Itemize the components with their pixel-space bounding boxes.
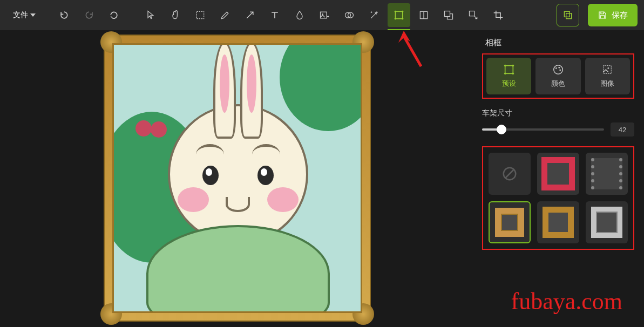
mode-color[interactable]: 颜色 xyxy=(535,58,580,94)
save-icon xyxy=(598,10,607,20)
text-icon xyxy=(269,10,280,21)
svg-rect-10 xyxy=(566,13,572,19)
svg-point-12 xyxy=(554,65,563,74)
mode-image-label: 图像 xyxy=(600,79,614,88)
preset-film[interactable] xyxy=(586,153,628,195)
copy-button[interactable] xyxy=(557,4,579,26)
split-tool[interactable] xyxy=(412,3,435,27)
svg-point-17 xyxy=(608,67,609,69)
preset-silver[interactable] xyxy=(586,201,628,243)
palette-icon xyxy=(552,64,564,76)
text-tool[interactable] xyxy=(263,3,286,27)
svg-rect-9 xyxy=(564,11,570,17)
frame-size-slider-row: 42 xyxy=(482,122,634,137)
resize-icon xyxy=(468,10,479,21)
pencil-tool[interactable] xyxy=(214,3,236,27)
overlay-tool[interactable] xyxy=(338,3,361,27)
image-mode-icon xyxy=(601,64,613,76)
reset-button[interactable] xyxy=(103,3,125,27)
save-label: 保存 xyxy=(612,10,628,21)
svg-rect-7 xyxy=(445,11,450,17)
frame-size-label: 车架尺寸 xyxy=(482,108,634,118)
svg-rect-5 xyxy=(395,11,402,18)
droplet-icon xyxy=(294,10,305,21)
frame-tool[interactable] xyxy=(388,3,410,27)
svg-rect-0 xyxy=(196,11,204,18)
preset-rose[interactable] xyxy=(537,153,579,195)
chevron-down-icon xyxy=(30,13,36,17)
mode-preset-label: 预设 xyxy=(502,79,516,88)
overlap-circles-icon xyxy=(344,10,355,21)
magic-wand-icon xyxy=(369,10,379,21)
copy-icon xyxy=(562,10,573,21)
file-menu-label: 文件 xyxy=(13,10,28,20)
blur-tool[interactable] xyxy=(288,3,311,27)
layers-icon xyxy=(443,10,454,21)
frame-size-slider[interactable] xyxy=(482,128,604,131)
marquee-icon xyxy=(195,10,206,21)
image-adjust-tool[interactable] xyxy=(313,3,336,27)
redo-button[interactable] xyxy=(78,3,100,27)
svg-point-14 xyxy=(558,67,560,69)
mode-color-label: 颜色 xyxy=(551,79,565,88)
split-icon xyxy=(418,10,429,21)
svg-point-15 xyxy=(559,70,561,71)
watermark-text: fubaya.com xyxy=(511,288,622,315)
hand-icon xyxy=(170,10,181,21)
frame-icon xyxy=(394,10,404,21)
pointer-icon xyxy=(145,10,156,21)
save-button[interactable]: 保存 xyxy=(588,4,638,26)
preset-mode-icon xyxy=(503,64,515,76)
reset-icon xyxy=(109,10,119,21)
preset-grid xyxy=(482,146,634,250)
panel-title: 相框 xyxy=(482,38,634,48)
resize-tool[interactable] xyxy=(462,3,485,27)
canvas-area[interactable] xyxy=(0,30,474,327)
mode-preset[interactable]: 预设 xyxy=(486,58,531,94)
svg-rect-11 xyxy=(505,66,513,74)
layers-tool[interactable] xyxy=(437,3,460,27)
crop-icon xyxy=(493,10,504,21)
magic-tool[interactable] xyxy=(363,3,385,27)
undo-icon xyxy=(59,10,70,21)
frame-size-value[interactable]: 42 xyxy=(611,122,634,137)
hand-tool[interactable] xyxy=(164,3,187,27)
pointer-tool[interactable] xyxy=(139,3,162,27)
svg-rect-1 xyxy=(321,12,327,18)
undo-button[interactable] xyxy=(53,3,76,27)
frame-panel: 相框 预设 颜色 图像 车架尺寸 42 xyxy=(474,30,644,327)
svg-point-13 xyxy=(555,67,557,69)
preset-wood[interactable] xyxy=(537,201,579,243)
arrow-diag-icon xyxy=(245,10,255,21)
crop-tool[interactable] xyxy=(487,3,510,27)
arrow-tool[interactable] xyxy=(239,3,261,27)
svg-rect-16 xyxy=(604,66,612,74)
preset-gold[interactable] xyxy=(489,201,531,243)
main-toolbar: 文件 保存 xyxy=(0,0,644,30)
image-plus-icon xyxy=(319,10,330,21)
none-icon xyxy=(501,166,518,182)
mode-image[interactable]: 图像 xyxy=(585,58,630,94)
slider-thumb[interactable] xyxy=(497,125,506,134)
canvas-image xyxy=(104,35,371,322)
marquee-tool[interactable] xyxy=(189,3,212,27)
pencil-icon xyxy=(220,10,231,21)
svg-rect-8 xyxy=(470,11,474,16)
file-menu[interactable]: 文件 xyxy=(6,7,42,23)
redo-icon xyxy=(84,10,94,21)
mode-selector: 预设 颜色 图像 xyxy=(482,53,634,99)
preset-none[interactable] xyxy=(489,153,531,195)
